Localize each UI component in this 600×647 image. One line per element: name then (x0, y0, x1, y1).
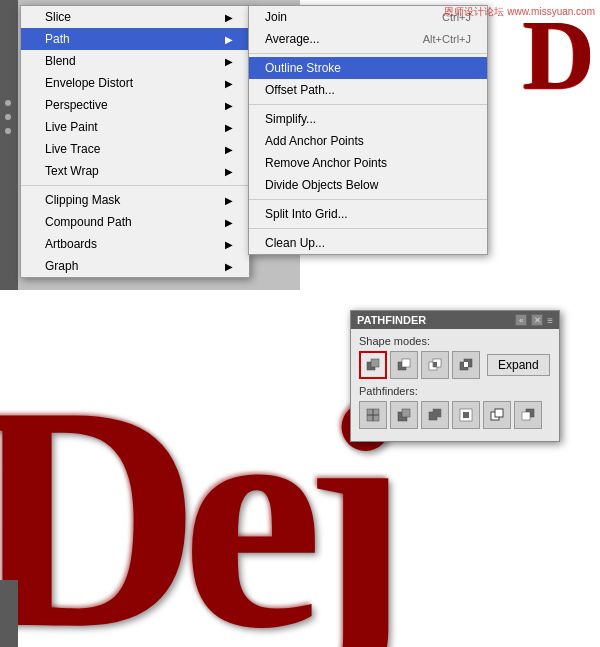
close-button[interactable]: ✕ (531, 314, 543, 326)
menu-item-slice[interactable]: Slice ▶ (21, 6, 249, 28)
submenu-separator (249, 228, 487, 229)
menu-separator (21, 185, 249, 186)
submenu-split-into-grid[interactable]: Split Into Grid... (249, 203, 487, 225)
minus-back-button[interactable] (514, 401, 542, 429)
crop-button[interactable] (452, 401, 480, 429)
minus-front-button[interactable] (390, 351, 418, 379)
submenu-remove-anchor-points[interactable]: Remove Anchor Points (249, 152, 487, 174)
submenu-simplify[interactable]: Simplify... (249, 108, 487, 130)
pathfinder-title: PATHFINDER (357, 314, 426, 326)
ruler-dot (5, 128, 11, 134)
arrow-icon: ▶ (225, 144, 233, 155)
unite-icon (365, 357, 381, 373)
pathfinders-buttons (359, 401, 551, 429)
svg-rect-18 (463, 412, 469, 418)
submenu-add-anchor-points[interactable]: Add Anchor Points (249, 130, 487, 152)
left-sidebar-bottom (0, 580, 18, 647)
svg-rect-6 (433, 362, 437, 367)
svg-rect-9 (464, 362, 468, 367)
divide-button[interactable] (359, 401, 387, 429)
menu-item-text-wrap[interactable]: Text Wrap ▶ (21, 160, 249, 182)
outline-button[interactable] (483, 401, 511, 429)
path-submenu: Join Ctrl+J Average... Alt+Ctrl+J Outlin… (248, 5, 488, 255)
submenu-average[interactable]: Average... Alt+Ctrl+J (249, 28, 487, 50)
submenu-separator (249, 53, 487, 54)
minus-front-icon (396, 357, 412, 373)
top-section: D Slice ▶ Path ▶ Blend ▶ Envelope Distor… (0, 0, 600, 290)
menu-item-artboards[interactable]: Artboards ▶ (21, 233, 249, 255)
svg-rect-20 (495, 409, 503, 417)
ruler-dot (5, 100, 11, 106)
arrow-icon: ▶ (225, 195, 233, 206)
merge-icon (427, 407, 443, 423)
menu-item-path[interactable]: Path ▶ (21, 28, 249, 50)
arrow-icon: ▶ (225, 34, 233, 45)
arrow-icon: ▶ (225, 78, 233, 89)
menu-item-live-trace[interactable]: Live Trace ▶ (21, 138, 249, 160)
submenu-separator (249, 199, 487, 200)
pathfinder-content: Shape modes: (351, 329, 559, 441)
arrow-icon: ▶ (225, 239, 233, 250)
ruler-dot (5, 114, 11, 120)
titlebar-controls: « ✕ ≡ (515, 314, 553, 326)
shape-modes-buttons: Expand (359, 351, 551, 379)
trim-icon (396, 407, 412, 423)
trim-button[interactable] (390, 401, 418, 429)
bottom-section: Dej PATHFINDER « ✕ ≡ Shape modes: (0, 290, 600, 647)
menu-item-perspective[interactable]: Perspective ▶ (21, 94, 249, 116)
watermark-text: 恩师设计论坛 www.missyuan.com (444, 5, 595, 19)
svg-rect-22 (522, 412, 530, 420)
ruler-indicators (5, 100, 11, 134)
exclude-icon (458, 357, 474, 373)
arrow-icon: ▶ (225, 56, 233, 67)
menu-item-clipping-mask[interactable]: Clipping Mask ▶ (21, 189, 249, 211)
minus-back-icon (520, 407, 536, 423)
shape-modes-label: Shape modes: (359, 335, 551, 347)
outline-icon (489, 407, 505, 423)
svg-rect-3 (402, 359, 410, 367)
menu-item-envelope-distort[interactable]: Envelope Distort ▶ (21, 72, 249, 94)
svg-rect-1 (371, 359, 379, 367)
expand-button[interactable]: Expand (487, 354, 550, 376)
svg-rect-14 (402, 409, 410, 417)
intersect-button[interactable] (421, 351, 449, 379)
gothic-text-display: Dej (0, 357, 390, 647)
menu-item-compound-path[interactable]: Compound Path ▶ (21, 211, 249, 233)
intersect-icon (427, 357, 443, 373)
pathfinder-titlebar: PATHFINDER « ✕ ≡ (351, 311, 559, 329)
unite-button[interactable] (359, 351, 387, 379)
left-sidebar-top (0, 0, 18, 290)
collapse-button[interactable]: « (515, 314, 527, 326)
arrow-icon: ▶ (225, 166, 233, 177)
panel-menu-button[interactable]: ≡ (547, 315, 553, 326)
divide-icon (365, 407, 381, 423)
exclude-button[interactable] (452, 351, 480, 379)
pathfinder-panel: PATHFINDER « ✕ ≡ Shape modes: (350, 310, 560, 442)
arrow-icon: ▶ (225, 100, 233, 111)
menu-item-live-paint[interactable]: Live Paint ▶ (21, 116, 249, 138)
submenu-outline-stroke[interactable]: Outline Stroke (249, 57, 487, 79)
crop-icon (458, 407, 474, 423)
arrow-icon: ▶ (225, 122, 233, 133)
merge-button[interactable] (421, 401, 449, 429)
main-menu: Slice ▶ Path ▶ Blend ▶ Envelope Distort … (20, 5, 250, 278)
arrow-icon: ▶ (225, 217, 233, 228)
pathfinders-label: Pathfinders: (359, 385, 551, 397)
svg-rect-16 (433, 409, 441, 417)
menu-item-graph[interactable]: Graph ▶ (21, 255, 249, 277)
submenu-clean-up[interactable]: Clean Up... (249, 232, 487, 254)
submenu-separator (249, 104, 487, 105)
submenu-divide-objects-below[interactable]: Divide Objects Below (249, 174, 487, 196)
menu-item-blend[interactable]: Blend ▶ (21, 50, 249, 72)
submenu-offset-path[interactable]: Offset Path... (249, 79, 487, 101)
arrow-icon: ▶ (225, 261, 233, 272)
arrow-icon: ▶ (225, 12, 233, 23)
